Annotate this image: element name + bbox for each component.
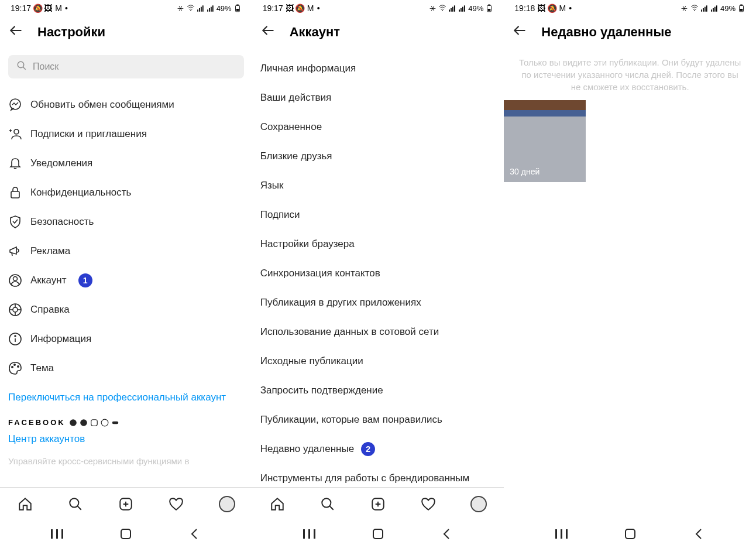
settings-item-security[interactable]: Безопасность	[8, 207, 244, 237]
svg-point-23	[14, 364, 15, 365]
recent-apps-button[interactable]	[50, 527, 64, 541]
switch-pro-link[interactable]: Переключиться на профессиональный аккаун…	[8, 383, 244, 407]
settings-item-ads[interactable]: Реклама	[8, 237, 244, 266]
svg-rect-66	[555, 529, 557, 539]
back-icon[interactable]	[8, 23, 23, 42]
settings-item-info[interactable]: Информация	[8, 324, 244, 354]
svg-rect-1	[197, 9, 198, 12]
account-item-original[interactable]: Исходные публикации	[260, 347, 496, 376]
svg-point-54	[694, 10, 695, 11]
messenger-icon	[8, 98, 22, 112]
svg-rect-64	[740, 5, 743, 6]
back-button[interactable]	[692, 527, 706, 541]
settings-item-follow[interactable]: Подписки и приглашения	[8, 119, 244, 149]
svg-rect-34	[61, 529, 63, 539]
settings-label: Тема	[30, 362, 54, 374]
svg-point-48	[322, 498, 331, 507]
search-input[interactable]: Поиск	[8, 55, 244, 78]
account-item-crosspost[interactable]: Публикация в других приложениях	[260, 288, 496, 317]
system-nav	[504, 520, 756, 548]
account-item-saved[interactable]: Сохраненное	[260, 112, 496, 142]
account-item-deleted[interactable]: Недавно удаленные 2	[260, 434, 496, 464]
fb-icon	[69, 419, 77, 427]
account-item-contacts[interactable]: Синхронизация контактов	[260, 259, 496, 288]
mute-icon: 🔕	[548, 4, 556, 12]
svg-point-24	[18, 366, 19, 367]
battery-icon	[233, 4, 242, 12]
account-item-branded[interactable]: Инструменты для работы с брендированным	[260, 464, 496, 487]
back-button[interactable]	[439, 527, 453, 541]
search-nav-icon[interactable]	[319, 496, 336, 512]
deleted-info-text: Только вы видите эти публикации. Они буд…	[504, 48, 756, 100]
settings-item-theme[interactable]: Тема	[8, 354, 244, 383]
svg-rect-37	[449, 9, 450, 12]
svg-rect-15	[11, 191, 19, 198]
back-icon[interactable]	[260, 23, 276, 42]
account-item-cellular[interactable]: Использование данных в сотовой сети	[260, 317, 496, 347]
settings-item-messaging[interactable]: Обновить обмен сообщениями	[8, 90, 244, 119]
settings-item-account[interactable]: Аккаунт 1	[8, 266, 244, 295]
page-title: Настройки	[37, 25, 105, 40]
svg-point-22	[12, 367, 13, 368]
create-icon[interactable]	[118, 496, 134, 512]
home-icon[interactable]	[17, 496, 33, 512]
settings-label: Аккаунт	[30, 275, 67, 286]
svg-rect-50	[303, 529, 305, 539]
settings-label: Подписки и приглашения	[30, 128, 147, 140]
settings-label: Конфиденциальность	[30, 187, 131, 198]
megaphone-icon	[8, 244, 22, 258]
account-item-activity[interactable]: Ваши действия	[260, 83, 496, 112]
profile-icon[interactable]	[470, 496, 487, 512]
heart-icon[interactable]	[168, 496, 184, 512]
recent-apps-button[interactable]	[555, 527, 569, 541]
system-nav	[0, 520, 252, 548]
status-time: 19:17	[11, 4, 31, 13]
mute-icon: 🔕	[296, 4, 304, 12]
account-item-language[interactable]: Язык	[260, 171, 496, 200]
back-icon[interactable]	[512, 23, 527, 42]
account-screen: 19:17 🖼 🔕 M • ⚹ 49% Аккаунт Личная инфор…	[252, 0, 504, 548]
svg-rect-39	[452, 7, 453, 12]
home-button[interactable]	[623, 527, 637, 541]
search-placeholder: Поиск	[33, 61, 59, 72]
wifi-icon	[690, 4, 699, 12]
battery-icon	[485, 4, 493, 12]
account-item-friends[interactable]: Близкие друзья	[260, 142, 496, 171]
settings-item-notifications[interactable]: Уведомления	[8, 149, 244, 178]
svg-rect-53	[373, 529, 383, 539]
settings-item-help[interactable]: Справка	[8, 295, 244, 324]
account-item-captions[interactable]: Подписи	[260, 200, 496, 230]
bottom-nav	[0, 487, 252, 520]
home-button[interactable]	[119, 527, 133, 541]
accounts-center-link[interactable]: Центр аккаунтов	[8, 427, 244, 449]
settings-label: Обновить обмен сообщениями	[30, 99, 174, 111]
svg-rect-2	[199, 8, 200, 12]
settings-label: Информация	[30, 333, 91, 345]
account-item-liked[interactable]: Публикации, которые вам понравились	[260, 405, 496, 434]
search-nav-icon[interactable]	[67, 496, 84, 512]
messenger-small-icon	[80, 419, 88, 427]
svg-rect-4	[202, 5, 204, 11]
create-icon[interactable]	[370, 496, 386, 512]
heart-icon[interactable]	[420, 496, 437, 512]
home-button[interactable]	[371, 527, 385, 541]
account-item-verify[interactable]: Запросить подтверждение	[260, 376, 496, 405]
svg-rect-5	[207, 9, 208, 12]
svg-rect-40	[454, 5, 455, 11]
account-item-personal[interactable]: Личная информация	[260, 54, 496, 83]
account-item-browser[interactable]: Настройки браузера	[260, 230, 496, 259]
home-icon[interactable]	[269, 496, 286, 512]
shield-icon	[8, 215, 22, 229]
recent-apps-button[interactable]	[303, 527, 317, 541]
bell-icon	[8, 156, 22, 170]
svg-rect-59	[711, 9, 712, 12]
svg-rect-55	[701, 9, 702, 12]
status-dot: •	[317, 4, 320, 13]
back-button[interactable]	[187, 527, 201, 541]
deleted-thumbnail[interactable]: 30 дней	[504, 100, 586, 182]
svg-rect-62	[716, 5, 717, 11]
settings-item-privacy[interactable]: Конфиденциальность	[8, 178, 244, 207]
info-icon	[8, 332, 22, 346]
signal-icon	[197, 4, 205, 12]
profile-icon[interactable]	[219, 496, 235, 512]
